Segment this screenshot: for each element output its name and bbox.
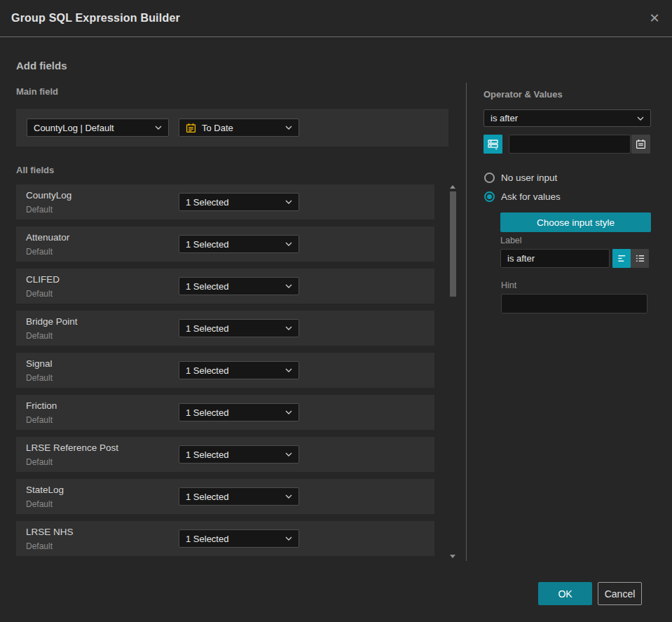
choose-input-style-button[interactable]: Choose input style [500,212,651,232]
field-row: LRSE NHS Default 1 Selected [16,521,434,556]
field-sublabel: Default [26,205,53,215]
field-selection-dropdown[interactable]: 1 Selected [179,193,299,211]
calendar-icon [636,139,646,149]
all-fields-label: All fields [16,165,54,175]
chevron-down-icon [155,126,162,130]
main-field-label: Main field [16,86,58,97]
field-selection-value: 1 Selected [186,197,228,208]
field-name: Bridge Point [26,316,78,327]
scrollbar-up-arrow-icon[interactable] [450,185,455,189]
calendar-icon [186,123,196,133]
list-icon [635,253,645,264]
field-name: Attenuator [26,232,69,243]
input-style-single-button[interactable] [612,249,631,268]
ok-button[interactable]: OK [538,582,592,605]
date-picker-button[interactable] [631,135,650,154]
field-selection-value: 1 Selected [186,323,228,334]
field-selection-dropdown[interactable]: 1 Selected [179,361,299,379]
chevron-down-icon [285,452,292,457]
field-selection-dropdown[interactable]: 1 Selected [179,487,299,506]
panel-divider [466,83,467,561]
field-row: Bridge Point Default 1 Selected [16,311,434,346]
field-selection-dropdown[interactable]: 1 Selected [179,235,299,253]
field-row: Signal Default 1 Selected [16,353,434,388]
field-sublabel: Default [26,331,53,341]
all-fields-list: CountyLog Default 1 Selected Attenuator … [16,184,434,563]
field-name: CountyLog [26,190,71,201]
field-sublabel: Default [26,499,53,509]
radio-label: No user input [501,173,557,183]
cancel-button[interactable]: Cancel [598,582,642,605]
field-sublabel: Default [26,247,53,257]
date-field-dropdown[interactable]: To Date [179,119,299,137]
field-selection-value: 1 Selected [186,365,228,376]
field-selection-value: 1 Selected [186,407,228,418]
field-selection-dropdown[interactable]: 1 Selected [179,403,299,421]
chevron-down-icon [285,126,292,130]
chevron-down-icon [285,326,292,330]
operator-values-heading: Operator & Values [484,89,563,100]
close-icon[interactable]: ✕ [645,9,664,27]
value-input[interactable] [509,135,631,154]
main-field-panel: CountyLog | Default To Date [16,109,448,147]
radio-selected-icon [484,191,495,202]
chevron-down-icon [285,536,292,541]
unique-values-icon [487,138,499,150]
field-row: StateLog Default 1 Selected [16,479,434,514]
align-left-icon [617,253,627,264]
field-name: StateLog [26,485,64,495]
chevron-down-icon [637,116,644,121]
scrollbar-thumb[interactable] [450,191,456,297]
field-selection-value: 1 Selected [186,492,228,502]
date-field-dropdown-value: To Date [202,123,233,133]
field-selection-dropdown[interactable]: 1 Selected [179,277,299,295]
field-row: Friction Default 1 Selected [16,395,434,430]
scrollbar-down-arrow-icon[interactable] [450,555,455,558]
field-row: CountyLog Default 1 Selected [16,184,434,219]
hint-field-label: Hint [501,280,516,290]
chevron-down-icon [285,284,292,288]
chevron-down-icon [285,242,292,246]
field-name: LRSE NHS [26,527,74,537]
chevron-down-icon [285,494,292,499]
input-style-list-button[interactable] [631,249,649,268]
field-sublabel: Default [26,373,53,383]
radio-label: Ask for values [501,191,561,202]
radio-no-user-input[interactable]: No user input [484,173,557,183]
field-name: LRSE Reference Post [26,442,118,453]
add-fields-heading: Add fields [16,60,67,72]
radio-unselected-icon [484,173,495,183]
chevron-down-icon [285,410,292,414]
field-sublabel: Default [26,457,53,467]
field-row: Attenuator Default 1 Selected [16,227,434,262]
field-name: Signal [26,358,53,369]
field-name: CLIFED [26,274,60,285]
field-selection-dropdown[interactable]: 1 Selected [179,319,299,337]
field-row: LRSE Reference Post Default 1 Selected [16,437,434,472]
dialog-title: Group SQL Expression Builder [11,12,180,25]
main-field-dropdown[interactable]: CountyLog | Default [27,119,169,137]
field-selection-dropdown[interactable]: 1 Selected [179,445,299,464]
field-selection-dropdown[interactable]: 1 Selected [179,529,299,548]
main-field-dropdown-value: CountyLog | Default [34,123,114,133]
operator-dropdown-value: is after [491,113,518,123]
label-input[interactable]: is after [500,249,610,268]
field-selection-value: 1 Selected [186,239,228,250]
chevron-down-icon [285,200,292,204]
field-name: Friction [26,400,57,411]
value-type-button[interactable] [484,135,502,154]
dialog-titlebar: Group SQL Expression Builder [0,0,672,37]
hint-input[interactable] [501,294,647,313]
field-row: CLIFED Default 1 Selected [16,269,434,304]
field-selection-value: 1 Selected [186,449,228,460]
chevron-down-icon [285,368,292,372]
field-sublabel: Default [26,289,53,299]
field-selection-value: 1 Selected [186,281,228,292]
field-sublabel: Default [26,415,53,425]
label-field-label: Label [500,236,522,245]
radio-ask-for-values[interactable]: Ask for values [484,191,561,202]
field-selection-value: 1 Selected [186,534,228,544]
field-sublabel: Default [26,541,53,551]
operator-dropdown[interactable]: is after [484,109,651,127]
